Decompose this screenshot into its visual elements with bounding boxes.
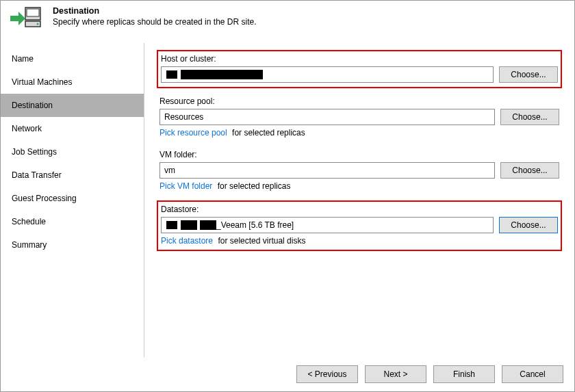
svg-marker-4 — [10, 12, 25, 25]
svg-rect-1 — [27, 9, 39, 16]
sidebar-item-summary[interactable]: Summary — [1, 233, 144, 257]
host-icon — [166, 70, 178, 79]
page-title: Destination — [53, 6, 257, 16]
datastore-input[interactable]: _Veeam [5.6 TB free] — [161, 217, 494, 233]
datastore-label: Datastore: — [161, 205, 558, 214]
pick-vm-folder-tail: for selected replicas — [218, 181, 291, 191]
redacted-host-value — [181, 70, 263, 79]
previous-button[interactable]: < Previous — [296, 365, 358, 383]
vm-folder-value: vm — [164, 166, 175, 175]
choose-datastore-button[interactable]: Choose... — [499, 217, 558, 233]
vm-folder-group: VM folder: vm Choose... Pick VM folder f… — [157, 147, 562, 195]
datastore-icon — [166, 220, 178, 230]
page-subtitle: Specify where replicas should be created… — [53, 17, 257, 27]
sidebar-item-job-settings[interactable]: Job Settings — [1, 140, 144, 164]
datastore-value: _Veeam [5.6 TB free] — [216, 220, 294, 230]
sidebar-item-schedule[interactable]: Schedule — [1, 210, 144, 233]
pick-datastore-row: Pick datastore for selected virtual disk… — [161, 236, 558, 246]
pick-resource-pool-tail: for selected replicas — [232, 128, 305, 138]
finish-button[interactable]: Finish — [433, 365, 495, 383]
datastore-group: Datastore: _Veeam [5.6 TB free] Choose..… — [157, 200, 562, 251]
sidebar-item-virtual-machines[interactable]: Virtual Machines — [1, 70, 144, 94]
pick-resource-pool-row: Pick resource pool for selected replicas — [159, 128, 559, 138]
choose-resource-pool-button[interactable]: Choose... — [500, 109, 559, 125]
pick-vm-folder-link[interactable]: Pick VM folder — [159, 181, 212, 191]
destination-icon — [9, 6, 42, 36]
svg-rect-5 — [166, 70, 177, 79]
resource-pool-label: Resource pool: — [159, 96, 559, 106]
cancel-button[interactable]: Cancel — [502, 365, 563, 383]
wizard-steps-sidebar: Name Virtual Machines Destination Networ… — [1, 43, 144, 357]
resource-pool-input[interactable]: Resources — [159, 109, 495, 125]
wizard-content: Host or cluster: Choose... Resource pool… — [144, 43, 574, 357]
sidebar-item-name[interactable]: Name — [1, 47, 144, 70]
vm-folder-label: VM folder: — [159, 150, 559, 159]
pick-datastore-tail: for selected virtual disks — [218, 236, 305, 246]
pick-vm-folder-row: Pick VM folder for selected replicas — [159, 181, 559, 191]
redacted-datastore-prefix-2 — [200, 220, 216, 230]
resource-pool-value: Resources — [164, 112, 203, 122]
wizard-window: Destination Specify where replicas shoul… — [0, 0, 575, 392]
redacted-datastore-prefix-1 — [181, 220, 197, 230]
choose-vm-folder-button[interactable]: Choose... — [500, 162, 559, 179]
svg-point-3 — [37, 23, 39, 25]
next-button[interactable]: Next > — [365, 365, 426, 383]
wizard-footer: < Previous Next > Finish Cancel — [1, 357, 574, 391]
svg-rect-6 — [166, 221, 177, 229]
wizard-header: Destination Specify where replicas shoul… — [1, 1, 574, 43]
host-or-cluster-label: Host or cluster: — [161, 54, 558, 64]
sidebar-item-data-transfer[interactable]: Data Transfer — [1, 164, 144, 187]
pick-resource-pool-link[interactable]: Pick resource pool — [159, 128, 227, 138]
host-or-cluster-group: Host or cluster: Choose... — [157, 50, 562, 88]
vm-folder-input[interactable]: vm — [159, 162, 495, 179]
sidebar-item-network[interactable]: Network — [1, 117, 144, 140]
pick-datastore-link[interactable]: Pick datastore — [161, 236, 213, 246]
host-or-cluster-input[interactable] — [161, 66, 494, 83]
sidebar-item-guest-processing[interactable]: Guest Processing — [1, 187, 144, 210]
sidebar-item-destination[interactable]: Destination — [1, 94, 144, 117]
choose-host-button[interactable]: Choose... — [499, 66, 558, 83]
resource-pool-group: Resource pool: Resources Choose... Pick … — [157, 94, 562, 142]
